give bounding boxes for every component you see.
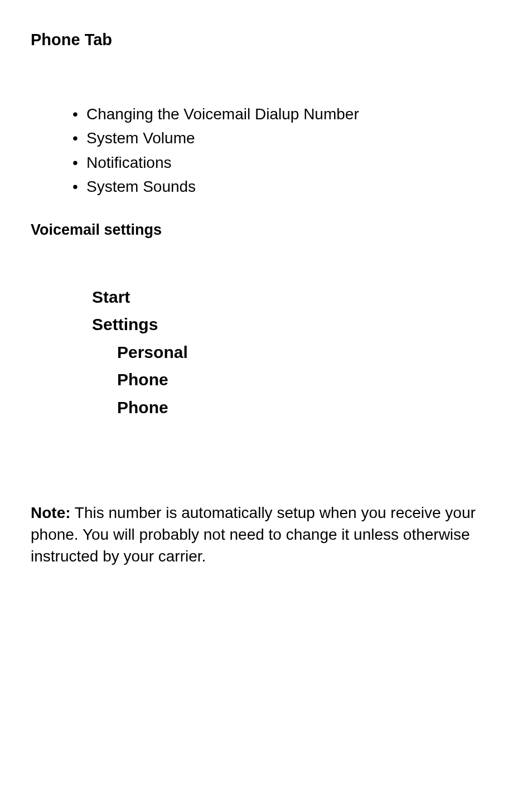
nav-item-phone: Phone bbox=[117, 366, 501, 394]
nav-item-start: Start bbox=[92, 283, 501, 311]
nav-item-personal: Personal bbox=[117, 338, 501, 366]
note-body: This number is automatically setup when … bbox=[31, 504, 476, 565]
list-item: System Volume bbox=[72, 126, 501, 150]
sub-heading: Voicemail settings bbox=[31, 221, 501, 239]
section-heading: Phone Tab bbox=[31, 31, 501, 49]
list-item: Changing the Voicemail Dialup Number bbox=[72, 102, 501, 126]
navigation-path: Start Settings Personal Phone Phone bbox=[92, 283, 501, 422]
nav-item-settings: Settings bbox=[92, 311, 501, 338]
note-label: Note: bbox=[31, 504, 71, 521]
note-text: Note: This number is automatically setup… bbox=[31, 502, 501, 568]
nav-item-phone-tab: Phone bbox=[117, 394, 501, 422]
list-item: Notifications bbox=[72, 151, 501, 175]
feature-list: Changing the Voicemail Dialup Number Sys… bbox=[72, 102, 501, 199]
list-item: System Sounds bbox=[72, 175, 501, 198]
